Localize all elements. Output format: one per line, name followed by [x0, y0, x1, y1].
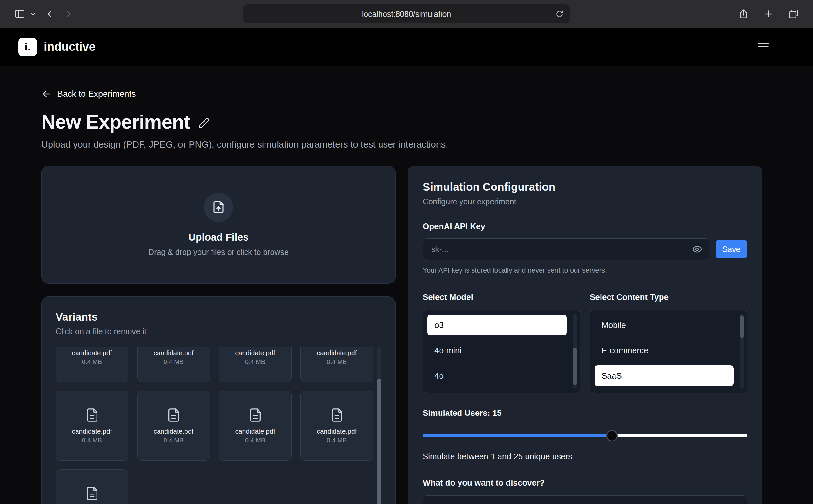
file-size: 0.4 MB: [163, 437, 183, 444]
sidebar-icon[interactable]: [14, 8, 25, 20]
variants-card: Variants Click on a file to remove it ca…: [41, 296, 396, 504]
file-icon: [85, 408, 99, 422]
file-tile[interactable]: candidate.pdf 0.4 MB: [137, 347, 210, 382]
content-type-option-saas[interactable]: SaaS: [595, 365, 734, 386]
browser-back-icon[interactable]: [45, 9, 55, 19]
selects-row: Select Model o3 4o-mini 4o Select Conten…: [423, 292, 747, 393]
simulation-config-card: Simulation Configuration Configure your …: [408, 166, 762, 504]
content-type-listbox-scrollbar[interactable]: [740, 314, 744, 389]
file-tile[interactable]: candidate.pdf 0.4 MB: [219, 391, 291, 461]
file-tile[interactable]: candidate.pdf 0.4 MB: [56, 469, 128, 504]
upload-icon-circle: [204, 193, 233, 222]
file-icon: [85, 486, 99, 501]
browser-action-group: [738, 9, 799, 19]
variants-subtitle: Click on a file to remove it: [56, 327, 381, 336]
browser-forward-icon: [63, 9, 73, 19]
edit-pencil-icon[interactable]: [198, 117, 210, 129]
model-listbox-scrollbar[interactable]: [573, 314, 577, 389]
file-size: 0.4 MB: [82, 358, 102, 366]
tabs-icon[interactable]: [788, 9, 799, 19]
file-size: 0.4 MB: [245, 358, 265, 366]
model-listbox: o3 4o-mini 4o: [423, 310, 580, 393]
model-option-4o-mini[interactable]: 4o-mini: [428, 340, 567, 361]
file-size: 0.4 MB: [327, 358, 347, 366]
page-title: New Experiment: [41, 110, 190, 133]
discover-label: What do you want to discover?: [423, 478, 747, 488]
variants-scrollbar[interactable]: [377, 347, 381, 504]
file-name: candidate.pdf: [235, 349, 275, 357]
variants-title: Variants: [56, 311, 381, 323]
file-name: candidate.pdf: [72, 428, 112, 435]
content-type-select-group: Select Content Type Mobile E-commerce Sa…: [590, 292, 747, 393]
config-subtitle: Configure your experiment: [423, 197, 747, 206]
url-text: localhost:8080/simulation: [362, 10, 451, 19]
reload-icon[interactable]: [556, 10, 564, 18]
left-column: Upload Files Drag & drop your files or c…: [41, 166, 396, 504]
content-type-listbox: Mobile E-commerce SaaS: [590, 310, 747, 393]
content-type-option-ecommerce[interactable]: E-commerce: [595, 340, 734, 361]
file-size: 0.4 MB: [327, 437, 347, 444]
file-tile[interactable]: candidate.pdf 0.4 MB: [219, 347, 291, 382]
model-option-o3[interactable]: o3: [428, 315, 567, 335]
right-column: Simulation Configuration Configure your …: [408, 166, 762, 504]
content-type-listbox-scrollbar-thumb[interactable]: [740, 315, 744, 338]
model-option-4o[interactable]: 4o: [428, 365, 567, 386]
page-subtitle: Upload your design (PDF, JPEG, or PNG), …: [41, 139, 772, 150]
content-type-select-label: Select Content Type: [590, 292, 747, 302]
file-upload-icon: [212, 201, 225, 214]
api-key-input[interactable]: [423, 238, 709, 260]
file-tile[interactable]: candidate.pdf 0.4 MB: [300, 347, 373, 382]
upload-subtitle: Drag & drop your files or click to brows…: [148, 248, 289, 257]
variants-file-grid: candidate.pdf 0.4 MB candidate.pdf 0.4 M…: [56, 347, 381, 504]
file-tile[interactable]: candidate.pdf 0.4 MB: [56, 391, 128, 461]
slider-thumb[interactable]: [606, 430, 618, 441]
upload-dropzone[interactable]: Upload Files Drag & drop your files or c…: [41, 166, 396, 284]
simulated-users-slider[interactable]: [423, 430, 747, 441]
file-tile[interactable]: candidate.pdf 0.4 MB: [56, 347, 128, 382]
discover-textarea[interactable]: [423, 495, 747, 504]
slider-fill: [423, 434, 612, 437]
back-link-label: Back to Experiments: [57, 89, 136, 99]
app-header: i. inductive: [0, 28, 813, 66]
api-key-label: OpenAI API Key: [423, 222, 747, 231]
api-key-note: Your API key is stored locally and never…: [423, 266, 747, 275]
back-to-experiments-link[interactable]: Back to Experiments: [41, 89, 136, 99]
file-name: candidate.pdf: [72, 349, 112, 357]
file-name: candidate.pdf: [235, 428, 275, 435]
save-button[interactable]: Save: [716, 240, 747, 258]
upload-title: Upload Files: [188, 231, 249, 243]
file-icon: [248, 408, 263, 422]
brand-name: inductive: [44, 40, 95, 54]
simulated-users-note: Simulate between 1 and 25 unique users: [423, 452, 747, 461]
file-tile[interactable]: candidate.pdf 0.4 MB: [137, 391, 210, 461]
eye-icon[interactable]: [692, 244, 702, 254]
file-name: candidate.pdf: [316, 428, 356, 435]
title-row: New Experiment: [41, 110, 772, 133]
browser-toolbar: localhost:8080/simulation: [0, 0, 813, 28]
file-name: candidate.pdf: [316, 349, 356, 357]
share-icon[interactable]: [738, 9, 749, 19]
page-content: Back to Experiments New Experiment Uploa…: [0, 66, 813, 504]
config-title: Simulation Configuration: [423, 181, 747, 193]
file-icon: [166, 408, 181, 422]
browser-nav-group: [14, 8, 73, 20]
chevron-down-icon[interactable]: [30, 11, 36, 17]
model-listbox-scrollbar-thumb[interactable]: [573, 348, 577, 385]
file-icon: [330, 408, 344, 422]
new-tab-icon[interactable]: [763, 9, 774, 19]
file-tile[interactable]: candidate.pdf 0.4 MB: [300, 391, 373, 461]
file-name: candidate.pdf: [153, 349, 193, 357]
variants-scrollbar-thumb[interactable]: [377, 379, 381, 504]
file-name: candidate.pdf: [153, 428, 193, 435]
file-size: 0.4 MB: [245, 437, 265, 444]
file-size: 0.4 MB: [82, 437, 102, 444]
model-select-group: Select Model o3 4o-mini 4o: [423, 292, 580, 393]
content-type-option-mobile[interactable]: Mobile: [595, 315, 734, 335]
api-key-row: Save: [423, 238, 747, 260]
brand-logo[interactable]: i.: [18, 38, 37, 56]
url-bar[interactable]: localhost:8080/simulation: [243, 4, 570, 23]
simulated-users-label: Simulated Users: 15: [423, 408, 747, 418]
main-grid: Upload Files Drag & drop your files or c…: [41, 166, 772, 504]
menu-icon[interactable]: [758, 39, 769, 55]
brand-logo-text: i.: [25, 41, 31, 53]
